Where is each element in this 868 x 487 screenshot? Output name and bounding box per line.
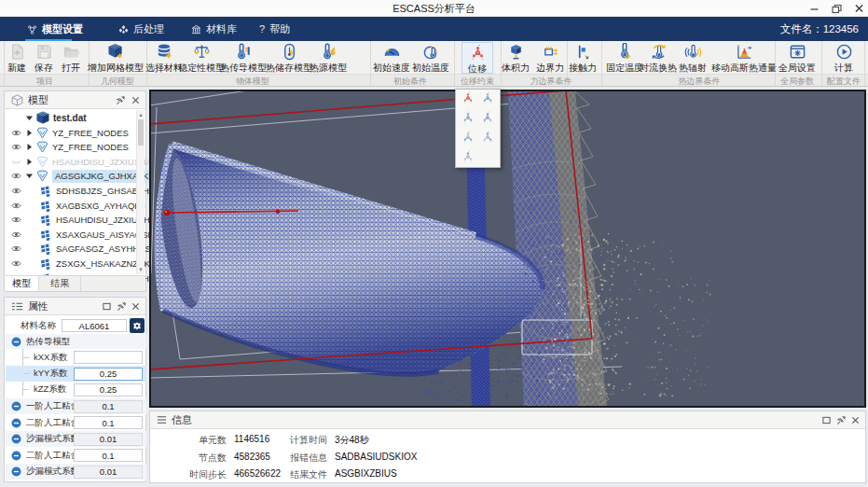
model-file-icon <box>36 111 49 124</box>
ribbon-button-contact-force[interactable]: 接触力 <box>563 42 603 74</box>
visibility-eye-icon[interactable] <box>11 172 21 180</box>
gear-icon <box>131 320 143 331</box>
info-panel-icon <box>157 415 167 424</box>
property-group-heat-conduction[interactable]: 热传导模型 <box>6 334 146 349</box>
stability-model-icon <box>193 43 211 61</box>
material-settings-button[interactable] <box>130 318 145 333</box>
hourglass1-input[interactable]: 0.01 <box>74 433 143 446</box>
hourglass2-input[interactable]: 0.01 <box>74 466 143 479</box>
visibility-eye-icon[interactable] <box>11 129 21 137</box>
pin-icon[interactable] <box>117 301 127 312</box>
node-set-icon <box>36 156 48 168</box>
model-tree-panel: 模型 test.datYZ_FREE_NODESYZ_FREE_NODESHSA… <box>4 90 146 292</box>
info-panel: 信息 单元数1146516 节点数4582365 时间步长466526622 计… <box>149 410 866 483</box>
mesh-part-icon <box>40 185 52 197</box>
expand-icon[interactable] <box>25 114 34 122</box>
menu-tab-help[interactable]: ? 帮助 <box>259 17 290 41</box>
properties-panel: 属性 材料名称 AL6061 热传导模型 kXX系数 kYY系数 0.25 kZ… <box>4 297 146 482</box>
visibility-eye-icon[interactable] <box>11 259 21 268</box>
collapse-icon[interactable] <box>11 418 21 428</box>
visibility-eye-icon[interactable] <box>11 187 21 195</box>
menu-tab-model-setup[interactable]: 模型设置 <box>27 17 83 41</box>
tree-item[interactable]: SDHSBJZS_GHSABJHB_ZAHU <box>6 184 140 198</box>
property-row-material: 材料名称 AL6061 <box>6 317 146 334</box>
close-panel-icon[interactable] <box>851 416 860 424</box>
visc3-input[interactable]: 0.1 <box>74 449 143 462</box>
kyy-input[interactable]: 0.25 <box>74 368 143 381</box>
ribbon-group-label: 配置文件 <box>816 76 868 86</box>
info-field-elements: 单元数1146516 <box>167 434 269 447</box>
node-set-icon <box>36 170 48 182</box>
constraint-option-6[interactable] <box>481 131 494 144</box>
initial-temperature-icon <box>422 43 440 61</box>
ribbon-button-compute[interactable]: 计算 <box>828 42 860 74</box>
property-row-kyy: kYY系数 0.25 <box>6 366 146 382</box>
tab-results[interactable]: 结果 <box>39 276 81 291</box>
ribbon-button-heat-source-model[interactable]: 热源模型 <box>303 42 353 74</box>
ribbon-button-displacement[interactable]: 位移 <box>462 42 493 74</box>
volume-force-icon <box>507 43 525 61</box>
collapse-icon[interactable] <box>11 451 21 461</box>
ribbon-button-initial-temperature[interactable]: 初始温度 <box>406 42 456 74</box>
mesh-part-icon <box>40 257 52 270</box>
visibility-eye-icon[interactable] <box>11 216 21 224</box>
visibility-eye-icon[interactable] <box>11 158 21 166</box>
expand-icon[interactable] <box>25 143 34 151</box>
collapse-icon[interactable] <box>11 401 21 411</box>
expand-icon[interactable] <box>25 158 34 166</box>
kxx-input[interactable] <box>74 351 143 364</box>
restore-button[interactable] <box>830 2 844 15</box>
constraint-option-2[interactable] <box>481 91 494 104</box>
visibility-eye-icon[interactable] <box>11 244 21 253</box>
constraint-option-3[interactable] <box>462 111 475 124</box>
tree-item[interactable]: XSAXGAUS_AISYAQSH_ASHX <box>6 228 140 242</box>
expand-icon[interactable] <box>25 129 34 137</box>
material-name-input[interactable]: AL6061 <box>62 319 127 332</box>
initial-velocity-icon <box>383 43 401 61</box>
heat-source-model-icon <box>320 43 338 61</box>
visc2-input[interactable]: 0.1 <box>74 416 143 429</box>
float-panel-icon[interactable] <box>103 302 111 311</box>
tree-item[interactable]: XAGBSXG_AYHAQBJ <box>6 199 140 213</box>
tree-item[interactable]: AGSGKJKG_GJHXAJKHXA <box>6 169 140 183</box>
tree-scrollbar[interactable]: ▲ ▼ <box>136 110 145 274</box>
close-button[interactable] <box>852 2 866 15</box>
float-panel-icon[interactable] <box>822 416 831 424</box>
pin-icon[interactable] <box>836 415 847 425</box>
collapse-icon[interactable] <box>11 466 21 477</box>
viewport-3d[interactable] <box>149 90 866 408</box>
info-field-error: 报错信息SADBASIUDSKIOX <box>268 452 417 465</box>
collapse-icon[interactable] <box>11 337 21 347</box>
tree-item[interactable]: HSAUHDISU_JZXIUXHAHK <box>6 155 140 169</box>
minimize-button[interactable] <box>807 2 821 15</box>
tab-model[interactable]: 模型 <box>5 276 39 291</box>
tree-root[interactable]: test.dat <box>6 111 140 125</box>
kzz-input[interactable]: 0.25 <box>74 383 143 397</box>
info-field-timestep: 时间步长466526622 <box>167 468 281 481</box>
displacement-dropdown <box>455 89 501 168</box>
pin-icon[interactable] <box>116 95 126 105</box>
close-panel-icon[interactable] <box>131 302 140 311</box>
constraint-option-5[interactable] <box>462 131 475 144</box>
tree-item[interactable]: ZSXGX_HSAKAZNZXK_AHASX <box>6 257 140 271</box>
constraint-option-7[interactable] <box>462 150 475 163</box>
collapse-icon[interactable] <box>11 434 21 444</box>
tree-item[interactable]: HSAUHDISU_JZXIUXHAHX <box>6 213 140 227</box>
properties-panel-title: 属性 <box>28 299 48 313</box>
visibility-eye-icon[interactable] <box>11 230 21 239</box>
menu-tab-postprocess[interactable]: 后处理 <box>118 17 164 41</box>
constraint-option-1[interactable] <box>462 91 475 104</box>
visc1-input[interactable]: 0.1 <box>74 400 143 413</box>
constraint-option-4[interactable] <box>481 111 494 124</box>
menu-tab-material-library[interactable]: 材料库 <box>191 17 237 41</box>
tree-item[interactable]: YZ_FREE_NODES <box>6 140 140 154</box>
tree-item[interactable]: YZ_FREE_NODES <box>6 126 140 140</box>
expand-icon[interactable] <box>25 172 34 180</box>
visibility-eye-icon[interactable] <box>11 143 21 151</box>
postprocess-icon <box>118 24 129 35</box>
boundary-force-icon <box>542 43 559 61</box>
tree-item[interactable]: SAGFASGZ_ASYHHXSN <box>6 242 140 256</box>
ribbon-button-global-settings[interactable]: 全局设置 <box>772 42 822 74</box>
close-panel-icon[interactable] <box>131 96 140 104</box>
visibility-eye-icon[interactable] <box>11 202 21 210</box>
